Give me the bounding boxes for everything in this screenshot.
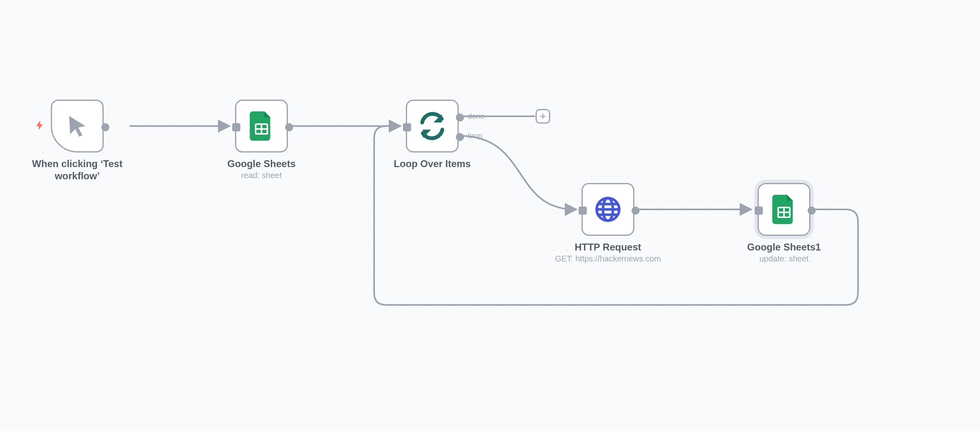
port-out[interactable] [808,207,816,215]
port-in[interactable] [579,207,587,215]
node-title: Google Sheets [196,158,327,170]
node-subtitle: update: sheet [719,254,849,263]
node-subtitle: GET: https://hackernews.com [531,254,685,263]
node-title: Loop Over Items [367,158,497,170]
node-subtitle: read: sheet [196,171,327,180]
node-google-sheets-read[interactable]: Google Sheets read: sheet [235,100,288,152]
port-in[interactable] [403,123,411,131]
port-in[interactable] [755,207,763,215]
globe-icon [594,195,622,224]
google-sheets-icon [772,195,796,224]
cursor-icon [65,114,89,138]
node-http-request[interactable]: HTTP Request GET: https://hackernews.com [581,183,634,236]
google-sheets-icon [249,111,274,141]
node-loop-over-items[interactable]: Loop Over Items [406,100,459,152]
port-label-done: done [468,112,485,121]
port-out[interactable] [285,123,293,131]
node-trigger[interactable]: When clicking ‘Test workflow’ [51,100,104,152]
add-node-button[interactable] [536,109,550,124]
port-label-loop: loop [468,131,482,140]
port-out[interactable] [632,207,640,215]
node-title: Google Sheets1 [719,241,849,253]
port-out-loop[interactable] [456,133,464,141]
workflow-canvas[interactable]: When clicking ‘Test workflow’ Google She… [0,0,980,431]
connectors-layer [0,0,980,431]
refresh-icon [418,112,446,140]
port-out[interactable] [101,123,109,131]
node-title: When clicking ‘Test workflow’ [12,158,142,182]
plus-icon [539,113,547,120]
node-title: HTTP Request [531,241,685,253]
port-out-done[interactable] [456,113,464,122]
port-in[interactable] [232,123,240,131]
node-google-sheets-update[interactable]: Google Sheets1 update: sheet [758,183,810,236]
bolt-icon [34,119,46,133]
